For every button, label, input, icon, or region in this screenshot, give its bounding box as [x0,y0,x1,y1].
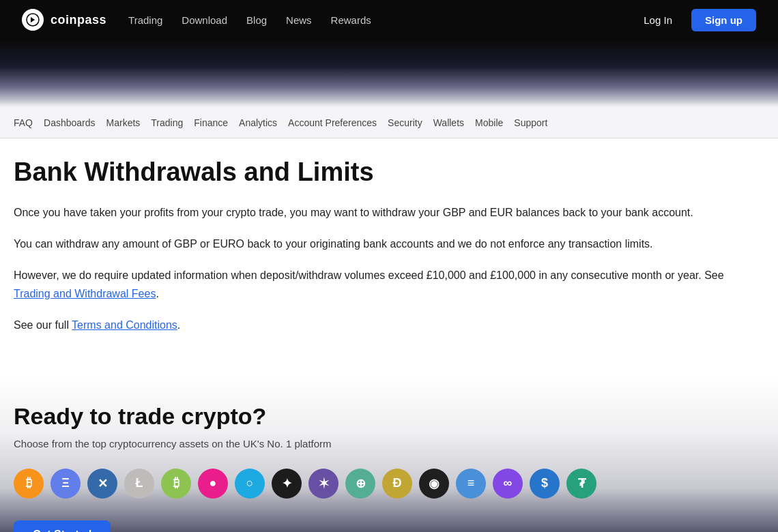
nav-links: Trading Download Blog News Rewards [128,14,371,26]
crypto-icon-algorand[interactable]: ✶ [308,469,338,499]
page-title: Bank Withdrawals and Limits [14,158,737,188]
nav-download[interactable]: Download [182,14,227,26]
signup-button[interactable]: Sign up [691,9,756,31]
nav-trading[interactable]: Trading [128,14,162,26]
crypto-icon-stellar[interactable]: ✦ [272,469,302,499]
bottom-title: Ready to trade crypto? [14,403,764,430]
breadcrumb-dashboards[interactable]: Dashboards [38,116,101,130]
crypto-icon-ripple[interactable]: ✕ [87,469,117,499]
bottom-section: Ready to trade crypto? Choose from the t… [0,376,778,532]
main-content: Bank Withdrawals and Limits Once you hav… [0,138,751,376]
crypto-icon-usd-coin[interactable]: $ [530,469,560,499]
breadcrumb-account-preferences[interactable]: Account Preferences [283,116,382,130]
crypto-icons-row: ₿Ξ✕Ł₿●○✦✶⊕Ð◉≡∞$₮ [14,469,764,499]
crypto-icon-litecoin[interactable]: Ł [124,469,154,499]
breadcrumb-finance[interactable]: Finance [188,116,233,130]
logo[interactable]: coinpass [22,9,106,31]
breadcrumb-wallets[interactable]: Wallets [428,116,470,130]
hero-band [0,40,778,108]
paragraph-2: You can withdraw any amount of GBP or EU… [14,235,737,253]
breadcrumb-analytics[interactable]: Analytics [233,116,283,130]
trading-fees-link[interactable]: Trading and Withdrawal Fees [14,288,156,299]
nav-rewards[interactable]: Rewards [331,14,371,26]
navbar-right: Log In Sign up [635,9,756,31]
paragraph-3: However, we do require updated informati… [14,267,737,303]
crypto-icon-bitcoin[interactable]: ₿ [14,469,44,499]
breadcrumb-markets[interactable]: Markets [101,116,146,130]
get-started-button[interactable]: Get Started [14,520,111,532]
breadcrumb-trading[interactable]: Trading [145,116,188,130]
logo-text: coinpass [51,13,106,27]
terms-link[interactable]: Terms and Conditions [72,319,177,331]
nav-news[interactable]: News [286,14,312,26]
breadcrumb-nav: FAQ Dashboards Markets Trading Finance A… [0,108,778,138]
navbar: coinpass Trading Download Blog News Rewa… [0,0,778,40]
para3-before: However, we do require updated informati… [14,269,724,281]
breadcrumb-mobile[interactable]: Mobile [470,116,508,130]
para3-after: . [156,288,158,299]
crypto-icon-tezos[interactable]: ⊕ [345,469,375,499]
crypto-icon-link2[interactable]: ∞ [493,469,523,499]
crypto-icon-tether[interactable]: ₮ [566,469,596,499]
bottom-subtitle: Choose from the top cryptocurrency asset… [14,438,764,449]
para4-after: . [177,319,180,331]
crypto-icon-bitcoin-cash[interactable]: ₿ [161,469,191,499]
crypto-icon-ethereum[interactable]: Ξ [51,469,81,499]
login-button[interactable]: Log In [635,10,680,30]
crypto-icon-eos[interactable]: ◉ [419,469,449,499]
logo-icon [22,9,44,31]
paragraph-4: See our full Terms and Conditions. [14,316,737,334]
breadcrumb-support[interactable]: Support [508,116,553,130]
para4-before: See our full [14,319,72,331]
crypto-icon-stratis[interactable]: ≡ [456,469,486,499]
navbar-left: coinpass Trading Download Blog News Rewa… [22,9,371,31]
paragraph-1: Once you have taken your profits from yo… [14,204,737,222]
crypto-icon-dogecoin[interactable]: Ð [382,469,412,499]
crypto-icon-chainlink[interactable]: ○ [235,469,265,499]
breadcrumb-faq[interactable]: FAQ [14,116,38,130]
breadcrumb-security[interactable]: Security [382,116,428,130]
nav-blog[interactable]: Blog [246,14,267,26]
crypto-icon-polkadot[interactable]: ● [198,469,228,499]
